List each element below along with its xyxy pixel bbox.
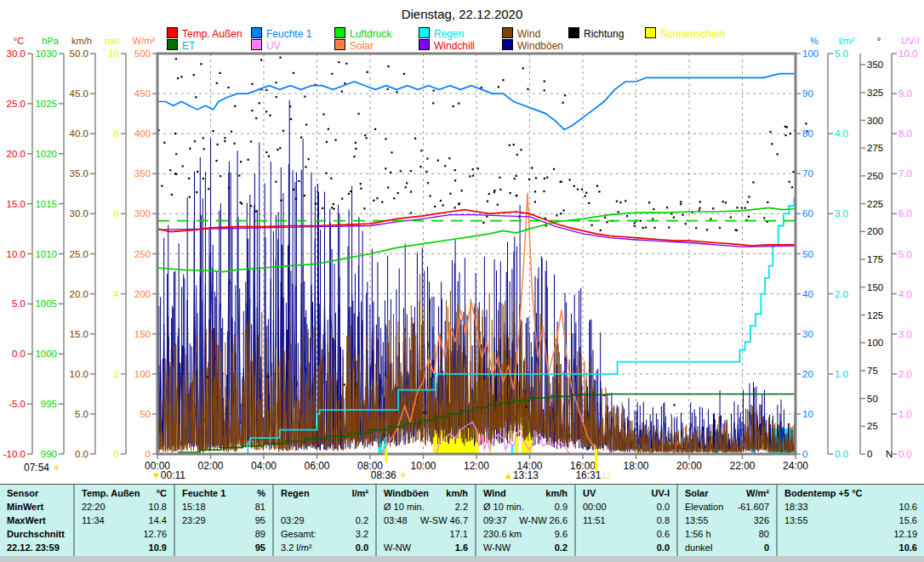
sensor-row-label: Durchschnitt [7, 527, 65, 541]
svg-text:0: 0 [867, 449, 872, 459]
table-col-bodentemp-5: Bodentemp +5 °C18:3310.613:5515.612.1910… [776, 485, 924, 556]
cell-value: W-NW 26.6 [519, 514, 568, 527]
cell-value: 1.6 [455, 541, 468, 554]
svg-text:-10.0: -10.0 [3, 449, 26, 459]
svg-text:275: 275 [867, 143, 883, 153]
svg-text:2.0: 2.0 [898, 369, 912, 379]
svg-text:90: 90 [802, 88, 813, 99]
table-col-sensor: SensorMinWertMaxWertDurchschnitt22.12. 2… [0, 485, 73, 556]
table-col-windb-en: Windböenkm/hØ 10 min.2.203:48W-SW 46.717… [375, 485, 475, 556]
svg-text:-5.0: -5.0 [9, 399, 26, 409]
svg-text:0.0: 0.0 [75, 449, 88, 459]
svg-text:02:00: 02:00 [197, 460, 223, 472]
svg-text:100: 100 [802, 48, 818, 59]
marker-0011: ▼00:11 [151, 469, 185, 481]
svg-text:8.0: 8.0 [898, 128, 912, 139]
cell-value: 10.6 [899, 500, 917, 514]
svg-text:10:00: 10:00 [410, 460, 436, 472]
svg-text:30.0: 30.0 [70, 208, 88, 219]
svg-text:5.0: 5.0 [835, 48, 848, 59]
marker-1313: ▲13:13 [504, 469, 539, 481]
svg-text:km/h: km/h [71, 36, 92, 46]
svg-text:35.0: 35.0 [70, 168, 88, 179]
svg-text:150: 150 [867, 282, 883, 292]
svg-text:50.0: 50.0 [70, 48, 88, 59]
svg-text:5.0: 5.0 [12, 298, 26, 309]
cell-value: 17.1 [450, 527, 468, 541]
col-header-unit: l/m² [351, 486, 368, 500]
svg-text:350: 350 [867, 60, 883, 70]
svg-text:4.0: 4.0 [898, 289, 912, 299]
svg-text:25: 25 [867, 421, 878, 431]
svg-text:1.0: 1.0 [898, 409, 912, 419]
svg-text:350: 350 [134, 168, 151, 179]
svg-text:20.0: 20.0 [7, 149, 26, 159]
svg-text:40.0: 40.0 [70, 128, 88, 139]
svg-text:22:00: 22:00 [729, 460, 755, 472]
svg-text:%: % [810, 36, 818, 46]
col-header-unit: km/h [545, 486, 568, 500]
svg-text:20:00: 20:00 [676, 460, 702, 472]
svg-text:0: 0 [145, 449, 151, 459]
col-header-unit: km/h [446, 486, 468, 500]
svg-text:45.0: 45.0 [70, 88, 88, 99]
svg-text:06:00: 06:00 [304, 460, 329, 472]
cell-value: 0 [764, 541, 769, 554]
cell-value: 81 [255, 500, 265, 514]
cell-value: 0.2 [555, 541, 568, 554]
svg-text:1000: 1000 [35, 349, 57, 359]
weather-day-chart-window: Dienstag, 22.12.2020 Temp. AußenFeuchte … [0, 0, 924, 562]
svg-text:200: 200 [134, 289, 151, 299]
svg-text:1030: 1030 [35, 48, 57, 59]
svg-text:325: 325 [867, 88, 883, 98]
svg-text:225: 225 [867, 199, 883, 209]
svg-text:1010: 1010 [35, 249, 57, 259]
svg-text:70: 70 [802, 168, 813, 179]
svg-text:50: 50 [140, 409, 151, 419]
cell-value: 3.2 [356, 527, 368, 541]
svg-text:450: 450 [134, 88, 151, 99]
cell-value: 14.4 [149, 514, 167, 527]
svg-text:30.0: 30.0 [7, 48, 26, 59]
svg-text:8: 8 [114, 128, 119, 139]
sunrise-sun-icon: ☀ [399, 470, 408, 480]
table-col-solar: SolarW/m²Elevation-61.60713:553261:56 h8… [676, 485, 776, 556]
col-header: Bodentemp +5 °C [784, 486, 863, 500]
svg-text:100: 100 [867, 338, 883, 348]
svg-text:6: 6 [114, 208, 119, 219]
svg-text:5.0: 5.0 [75, 409, 88, 419]
svg-text:40: 40 [802, 289, 813, 299]
cell-value: 0.0 [356, 541, 368, 554]
cell-value: 9.6 [555, 527, 568, 541]
svg-text:990: 990 [41, 449, 57, 459]
table-col-feuchte-1: Feuchte 1%15:188123:29958995 [174, 485, 272, 556]
cell-value: 2.2 [455, 500, 468, 514]
svg-text:10.0: 10.0 [7, 249, 26, 259]
sensor-row-label: MinWert [7, 500, 43, 514]
svg-text:50: 50 [867, 394, 878, 404]
marker-1313-time: 13:13 [513, 469, 539, 481]
cell-value: 10.8 [149, 500, 167, 514]
svg-text:500: 500 [134, 48, 151, 59]
cell-value: 0.0 [657, 500, 670, 514]
svg-text:80: 80 [802, 128, 813, 139]
svg-text:60: 60 [802, 208, 813, 219]
svg-text:3.0: 3.0 [835, 208, 848, 219]
marker-1631-time: 16:31 [575, 469, 601, 481]
svg-text:°C: °C [14, 36, 24, 46]
cell-value: 0.8 [657, 514, 670, 527]
moon-set-arrow-down-icon: ▼ [151, 470, 161, 480]
svg-text:04:00: 04:00 [251, 460, 277, 472]
svg-text:0.0: 0.0 [835, 449, 848, 459]
svg-text:995: 995 [41, 399, 57, 409]
svg-text:2: 2 [114, 369, 119, 379]
cell-value: 95 [255, 541, 265, 554]
svg-text:W/m²: W/m² [133, 36, 156, 46]
svg-text:0: 0 [802, 449, 807, 459]
svg-text:0.0: 0.0 [898, 449, 912, 459]
svg-text:10.0: 10.0 [70, 369, 88, 379]
marker-0011-time: 00:11 [161, 469, 185, 481]
svg-text:min: min [105, 36, 120, 46]
svg-text:0.0: 0.0 [12, 349, 26, 359]
svg-text:25.0: 25.0 [7, 99, 26, 109]
